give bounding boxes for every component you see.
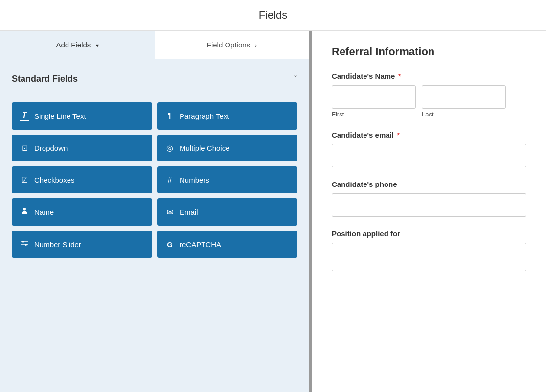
chevron-right-icon: › (255, 42, 257, 49)
right-panel: Referral Information Candidate's Name * … (312, 31, 546, 392)
form-field-candidates-name: Candidate's Name * First Last (332, 72, 526, 118)
dropdown-button[interactable]: ⊡ Dropdown (12, 135, 152, 161)
chevron-down-icon: ▾ (96, 42, 99, 49)
google-icon: G (165, 240, 175, 249)
field-label-candidates-phone: Candidate's phone (332, 180, 526, 188)
checkbox-icon: ☑ (20, 175, 29, 184)
section-divider (12, 93, 297, 93)
checkboxes-button[interactable]: ☑ Checkboxes (12, 166, 152, 193)
bottom-divider (12, 268, 297, 268)
field-label-candidates-name: Candidate's Name * (332, 72, 526, 80)
section-header: Standard Fields ˅ (12, 74, 297, 84)
tab-field-options[interactable]: Field Options › (155, 31, 309, 59)
section-title: Standard Fields (12, 74, 78, 84)
paragraph-text-button[interactable]: ¶ Paragraph Text (157, 102, 297, 130)
last-label: Last (422, 111, 506, 118)
slider-icon (20, 239, 29, 249)
form-field-candidates-email: Candidate's email * (332, 131, 526, 167)
radio-icon: ◎ (165, 143, 175, 153)
tab-bar: Add Fields ▾ Field Options › (0, 31, 309, 59)
first-name-wrap: First (332, 85, 416, 118)
recaptcha-button[interactable]: G reCAPTCHA (157, 231, 297, 258)
form-field-position: Position applied for (332, 230, 526, 271)
email-icon: ✉ (165, 208, 175, 217)
dropdown-icon: ⊡ (20, 143, 29, 153)
hash-icon: # (165, 176, 175, 184)
svg-point-4 (25, 244, 27, 246)
number-slider-button[interactable]: Number Slider (12, 231, 152, 258)
name-inputs: First Last (332, 85, 526, 118)
last-name-input[interactable] (422, 85, 506, 109)
tab-add-fields[interactable]: Add Fields ▾ (0, 31, 155, 59)
email-button[interactable]: ✉ Email (157, 198, 297, 226)
person-icon (20, 207, 29, 217)
page-title: Fields (259, 9, 288, 21)
name-button[interactable]: Name (12, 198, 152, 226)
svg-point-3 (22, 241, 24, 243)
main-layout: Add Fields ▾ Field Options › Standard Fi… (0, 31, 546, 392)
single-line-text-button[interactable]: T Single Line Text (12, 102, 152, 130)
last-name-wrap: Last (422, 85, 506, 118)
form-title: Referral Information (332, 46, 526, 58)
first-name-input[interactable] (332, 85, 416, 109)
form-field-candidates-phone: Candidate's phone (332, 180, 526, 217)
field-buttons-grid: T Single Line Text ¶ Paragraph Text ⊡ Dr… (12, 102, 297, 258)
field-label-position: Position applied for (332, 230, 526, 238)
email-input[interactable] (332, 144, 526, 167)
required-indicator: * (398, 72, 401, 80)
section-collapse-icon[interactable]: ˅ (294, 74, 297, 84)
fields-content: Standard Fields ˅ T Single Line Text ¶ P… (0, 59, 309, 392)
text-icon: T (20, 111, 29, 121)
numbers-button[interactable]: # Numbers (157, 166, 297, 193)
phone-input[interactable] (332, 193, 526, 217)
paragraph-icon: ¶ (165, 112, 175, 120)
multiple-choice-button[interactable]: ◎ Multiple Choice (157, 135, 297, 161)
field-label-candidates-email: Candidate's email * (332, 131, 526, 139)
position-input[interactable] (332, 243, 526, 271)
left-panel: Add Fields ▾ Field Options › Standard Fi… (0, 31, 312, 392)
first-label: First (332, 111, 416, 118)
page-header: Fields (0, 0, 546, 31)
svg-point-0 (23, 208, 26, 211)
required-indicator: * (397, 131, 400, 139)
